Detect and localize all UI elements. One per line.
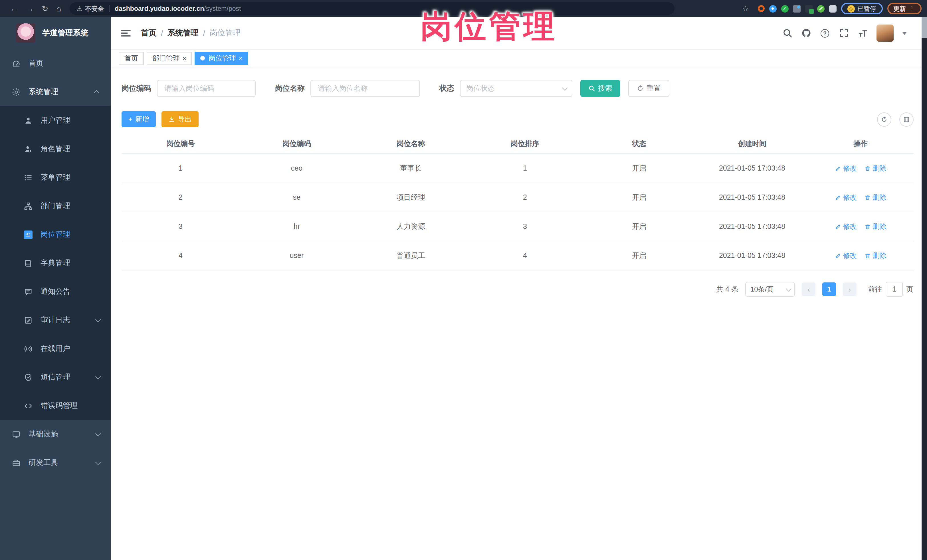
add-button[interactable]: + 新增 xyxy=(122,111,156,127)
table-row: 1 ceo 董事长 1 开启 2021-01-05 17:03:48 修改 删除 xyxy=(122,154,913,183)
close-icon[interactable]: × xyxy=(239,55,243,62)
sidebar-item-online-users[interactable]: 在线用户 xyxy=(0,334,111,363)
edit-link[interactable]: 修改 xyxy=(835,193,857,202)
sidebar-submenu-system: 用户管理 角色管理 菜单管理 部门管理 xyxy=(0,106,111,420)
goto-suffix: 页 xyxy=(906,284,913,294)
edit-link[interactable]: 修改 xyxy=(835,251,857,261)
github-icon[interactable] xyxy=(801,28,811,38)
paused-badge[interactable]: ☺ 已暂停 xyxy=(841,3,883,14)
sidebar-item-departments[interactable]: 部门管理 xyxy=(0,192,111,220)
bookmark-star-icon[interactable]: ☆ xyxy=(742,5,749,12)
table-header-row: 岗位编号 岗位编码 岗位名称 岗位排序 状态 创建时间 操作 xyxy=(122,135,913,154)
sidebar-item-home[interactable]: 首页 xyxy=(0,49,111,77)
page-number-button[interactable]: 1 xyxy=(822,282,836,296)
breadcrumb-system[interactable]: 系统管理 xyxy=(168,28,199,38)
search-icon[interactable] xyxy=(782,28,792,38)
page-scrollbar[interactable] xyxy=(922,17,927,560)
edit-log-icon xyxy=(24,316,32,324)
main-area: 首页 / 系统管理 / 岗位管理 ? xyxy=(111,17,927,560)
sidebar-item-system[interactable]: 系统管理 xyxy=(0,77,111,106)
column-header: 岗位编号 xyxy=(122,139,240,149)
breadcrumb-home[interactable]: 首页 xyxy=(141,28,157,38)
browser-menu-icon[interactable]: ⋮ xyxy=(909,5,915,12)
update-button[interactable]: 更新 ⋮ xyxy=(887,3,921,14)
avatar-caret-icon[interactable] xyxy=(902,32,906,35)
extension-pin-icon[interactable] xyxy=(769,5,777,12)
status-text: 开启 xyxy=(582,222,696,231)
extension-leaf-icon[interactable] xyxy=(817,5,824,12)
sidebar-item-audit-log[interactable]: 审计日志 xyxy=(0,306,111,334)
status-select[interactable]: 岗位状态 xyxy=(460,80,572,97)
scrollbar-thumb[interactable] xyxy=(922,17,927,38)
sidebar-item-dev-tools[interactable]: 研发工具 xyxy=(0,448,111,477)
extension-sliders-icon[interactable] xyxy=(793,5,800,12)
sidebar-item-notices[interactable]: 通知公告 xyxy=(0,277,111,306)
tab-posts[interactable]: 岗位管理 × xyxy=(195,52,248,65)
trash-icon xyxy=(865,252,871,259)
navbar-actions: ? xyxy=(782,24,906,42)
user-icon xyxy=(24,116,32,124)
page-size-select[interactable]: 10条/页 xyxy=(745,282,795,297)
breadcrumb-separator: / xyxy=(161,29,163,37)
post-name-input[interactable] xyxy=(310,80,420,97)
sidebar-item-dictionary[interactable]: 字典管理 xyxy=(0,249,111,277)
app-title: 芋道管理系统 xyxy=(42,28,88,38)
tags-view-bar: 首页 部门管理 × 岗位管理 × xyxy=(111,50,927,67)
reset-button[interactable]: 重置 xyxy=(628,80,669,97)
status-text: 开启 xyxy=(582,164,696,173)
search-button[interactable]: 搜索 xyxy=(581,80,620,97)
fullscreen-icon[interactable] xyxy=(839,28,849,38)
address-bar[interactable]: ⚠ 不安全 dashboard.yudao.iocoder.cn/system/… xyxy=(70,2,675,15)
refresh-icon xyxy=(637,85,644,92)
help-icon[interactable]: ? xyxy=(820,28,830,38)
goto-label: 前往 xyxy=(868,284,882,294)
extension-orange-icon[interactable] xyxy=(758,5,764,12)
prev-page-button[interactable]: ‹ xyxy=(802,282,815,296)
reload-icon[interactable]: ↻ xyxy=(42,5,48,12)
extension-tag-manager-icon[interactable] xyxy=(805,5,812,12)
column-settings-button[interactable] xyxy=(899,112,913,126)
dashboard-icon xyxy=(12,59,21,68)
delete-link[interactable]: 删除 xyxy=(865,193,886,202)
sidebar-item-infrastructure[interactable]: 基础设施 xyxy=(0,420,111,448)
sidebar-item-menus[interactable]: 菜单管理 xyxy=(0,163,111,192)
home-icon[interactable]: ⌂ xyxy=(56,5,61,12)
tab-home[interactable]: 首页 xyxy=(119,52,144,65)
user-avatar[interactable] xyxy=(876,24,894,42)
sidebar-item-users[interactable]: 用户管理 xyxy=(0,106,111,135)
extension-check-icon[interactable]: ×✓ xyxy=(781,5,788,12)
column-header: 岗位编码 xyxy=(240,139,354,149)
annotation-overlay-text: 岗位管理 xyxy=(421,6,558,48)
font-size-icon[interactable] xyxy=(857,28,868,38)
sidebar-collapse-icon[interactable] xyxy=(121,28,131,38)
extensions-puzzle-icon[interactable] xyxy=(829,5,836,12)
sidebar-item-posts[interactable]: 岗位管理 xyxy=(0,220,111,249)
delete-link[interactable]: 删除 xyxy=(865,222,886,231)
edit-link[interactable]: 修改 xyxy=(835,164,857,173)
app-logo[interactable]: 芋道管理系统 xyxy=(0,17,111,49)
goto-page-input[interactable] xyxy=(886,282,903,297)
role-icon xyxy=(24,145,32,153)
breadcrumb-current: 岗位管理 xyxy=(210,28,240,38)
delete-link[interactable]: 删除 xyxy=(865,251,886,261)
back-icon[interactable]: ← xyxy=(10,5,18,12)
column-header: 岗位排序 xyxy=(468,139,582,149)
sidebar-item-error-codes[interactable]: 错误码管理 xyxy=(0,392,111,420)
announcement-icon xyxy=(24,287,32,296)
refresh-table-button[interactable] xyxy=(877,112,891,126)
sidebar-item-sms[interactable]: 短信管理 xyxy=(0,363,111,392)
sidebar-item-roles[interactable]: 角色管理 xyxy=(0,135,111,163)
edit-link[interactable]: 修改 xyxy=(835,222,857,231)
plus-icon: + xyxy=(128,115,132,123)
post-code-input[interactable] xyxy=(157,80,256,97)
post-code-label: 岗位编码 xyxy=(122,83,151,94)
code-icon xyxy=(24,401,32,410)
pencil-icon xyxy=(835,223,841,230)
tab-departments[interactable]: 部门管理 × xyxy=(147,52,192,65)
delete-link[interactable]: 删除 xyxy=(865,164,886,173)
forward-icon[interactable]: → xyxy=(26,5,33,12)
pencil-icon xyxy=(835,252,841,259)
export-button[interactable]: 导出 xyxy=(161,111,199,127)
close-icon[interactable]: × xyxy=(182,55,186,62)
next-page-button[interactable]: › xyxy=(843,282,857,296)
